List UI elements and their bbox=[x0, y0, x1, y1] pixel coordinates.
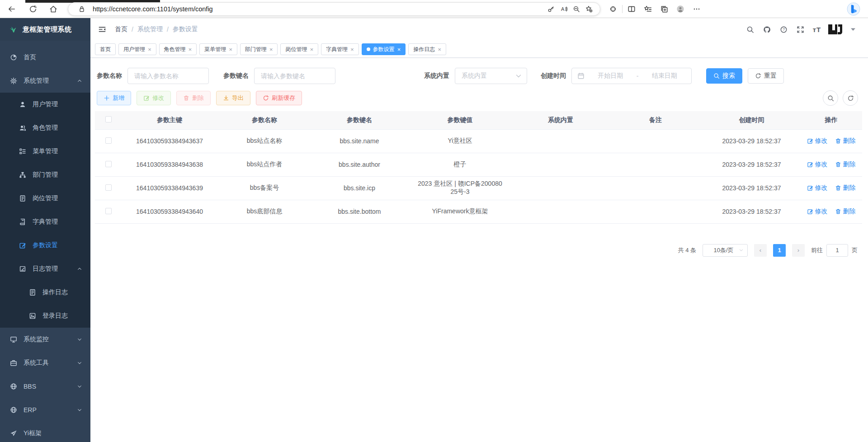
caret-down-icon[interactable] bbox=[849, 26, 857, 33]
fullscreen-icon[interactable] bbox=[794, 23, 807, 36]
builtin-select[interactable]: 系统内置 bbox=[455, 68, 527, 84]
page-number-1[interactable]: 1 bbox=[773, 244, 786, 257]
key-icon[interactable] bbox=[545, 5, 557, 13]
close-icon[interactable]: × bbox=[438, 47, 441, 52]
start-date-placeholder[interactable]: 开始日期 bbox=[589, 72, 632, 80]
svg-text:?: ? bbox=[783, 27, 785, 32]
row-delete-link[interactable]: 删除 bbox=[835, 184, 856, 192]
row-checkbox[interactable] bbox=[105, 208, 112, 214]
row-edit-link[interactable]: 修改 bbox=[807, 207, 828, 216]
row-delete-link[interactable]: 删除 bbox=[835, 137, 856, 145]
read-aloud-icon[interactable]: A bbox=[557, 5, 570, 13]
tab-用户管理[interactable]: 用户管理× bbox=[118, 43, 156, 55]
favorite-add-icon[interactable] bbox=[583, 5, 595, 13]
param-name-input[interactable] bbox=[127, 68, 209, 84]
sidebar-item-菜单管理[interactable]: 菜单管理 bbox=[0, 140, 90, 163]
address-bar[interactable]: https://ccnetcore.com:1101/system/config… bbox=[68, 2, 600, 16]
sidebar-item-操作日志[interactable]: 操作日志 bbox=[0, 281, 90, 304]
sidebar-item-系统管理[interactable]: 系统管理 bbox=[0, 69, 90, 93]
sidebar-item-系统工具[interactable]: 系统工具 bbox=[0, 351, 90, 375]
refresh-cache-button[interactable]: 刷新缓存 bbox=[256, 91, 302, 105]
sidebar-item-ERP[interactable]: ERP bbox=[0, 398, 90, 422]
row-edit-link[interactable]: 修改 bbox=[807, 160, 828, 169]
edit-button[interactable]: 修改 bbox=[137, 91, 171, 105]
github-icon[interactable] bbox=[760, 23, 773, 36]
row-delete-link[interactable]: 删除 bbox=[835, 160, 856, 169]
sidebar-item-部门管理[interactable]: 部门管理 bbox=[0, 163, 90, 187]
sidebar-item-字典管理[interactable]: 字典管理 bbox=[0, 210, 90, 234]
org-icon bbox=[19, 171, 26, 179]
sidebar-item-岗位管理[interactable]: 岗位管理 bbox=[0, 187, 90, 210]
add-button[interactable]: 新增 bbox=[97, 91, 131, 105]
sidebar-item-BBS[interactable]: BBS bbox=[0, 375, 90, 398]
reset-button[interactable]: 重置 bbox=[748, 68, 784, 84]
select-all-checkbox[interactable] bbox=[105, 116, 112, 122]
home-icon[interactable] bbox=[46, 1, 61, 17]
page-size-select[interactable]: 10条/页 bbox=[703, 244, 748, 257]
sidebar-item-label: BBS bbox=[24, 383, 71, 390]
prev-page-button[interactable]: ‹ bbox=[754, 244, 767, 257]
refresh-table-button[interactable] bbox=[843, 90, 858, 106]
search-button[interactable]: 搜索 bbox=[706, 68, 742, 84]
cell-name: bbs备案号 bbox=[217, 176, 312, 200]
back-icon[interactable] bbox=[4, 1, 19, 17]
row-edit-link[interactable]: 修改 bbox=[807, 137, 828, 145]
row-checkbox[interactable] bbox=[105, 161, 112, 167]
row-edit-link[interactable]: 修改 bbox=[807, 184, 828, 192]
goto-page-input[interactable] bbox=[826, 244, 848, 257]
close-icon[interactable]: × bbox=[148, 47, 151, 52]
url-text[interactable]: https://ccnetcore.com:1101/system/config bbox=[93, 5, 213, 13]
dict-icon bbox=[19, 218, 26, 226]
close-icon[interactable]: × bbox=[397, 47, 401, 52]
param-key-input[interactable] bbox=[254, 68, 335, 84]
extensions-icon[interactable] bbox=[605, 1, 621, 17]
sidebar-item-日志管理[interactable]: 日志管理 bbox=[0, 257, 90, 281]
tab-部门管理[interactable]: 部门管理× bbox=[240, 43, 278, 55]
tab-角色管理[interactable]: 角色管理× bbox=[159, 43, 197, 55]
row-checkbox[interactable] bbox=[105, 137, 112, 144]
breadcrumb-item[interactable]: 首页 bbox=[115, 25, 127, 33]
tab-菜单管理[interactable]: 菜单管理× bbox=[199, 43, 237, 55]
help-icon[interactable]: ? bbox=[777, 23, 790, 36]
row-checkbox[interactable] bbox=[105, 184, 112, 191]
tab-操作日志[interactable]: 操作日志× bbox=[408, 43, 446, 55]
copilot-icon[interactable] bbox=[846, 2, 861, 16]
split-screen-icon[interactable] bbox=[623, 1, 640, 17]
collections-icon[interactable] bbox=[656, 1, 672, 17]
sidebar-item-角色管理[interactable]: 角色管理 bbox=[0, 116, 90, 140]
sidebar-item-用户管理[interactable]: 用户管理 bbox=[0, 93, 90, 116]
sidebar-collapse-icon[interactable] bbox=[98, 26, 107, 33]
close-icon[interactable]: × bbox=[350, 47, 354, 52]
profile-avatar[interactable] bbox=[672, 1, 689, 17]
tab-字典管理[interactable]: 字典管理× bbox=[321, 43, 359, 55]
tab-首页[interactable]: 首页 bbox=[95, 43, 116, 55]
zoom-out-icon[interactable] bbox=[570, 5, 583, 13]
sidebar-item-登录日志[interactable]: 登录日志 bbox=[0, 304, 90, 328]
tab-岗位管理[interactable]: 岗位管理× bbox=[280, 43, 318, 55]
sidebar-item-参数设置[interactable]: 参数设置 bbox=[0, 234, 90, 257]
dashboard-icon bbox=[10, 54, 17, 61]
close-icon[interactable]: × bbox=[189, 47, 192, 52]
sidebar-item-首页[interactable]: 首页 bbox=[0, 46, 90, 69]
close-icon[interactable]: × bbox=[229, 47, 232, 52]
sidebar-item-系统监控[interactable]: 系统监控 bbox=[0, 328, 90, 351]
close-icon[interactable]: × bbox=[310, 47, 313, 52]
tab-参数设置[interactable]: 参数设置× bbox=[362, 43, 406, 55]
search-icon[interactable] bbox=[744, 23, 756, 36]
end-date-placeholder[interactable]: 结束日期 bbox=[643, 72, 686, 80]
next-page-button[interactable]: › bbox=[792, 244, 805, 257]
brand-logo[interactable] bbox=[827, 24, 845, 35]
favorites-icon[interactable] bbox=[640, 1, 656, 17]
show-search-button[interactable] bbox=[823, 90, 838, 106]
sidebar-item-Yi框架[interactable]: Yi框架 bbox=[0, 422, 90, 442]
delete-button[interactable]: 删除 bbox=[176, 91, 211, 105]
reload-icon[interactable] bbox=[25, 1, 41, 17]
font-size-icon[interactable]: тT bbox=[811, 23, 823, 36]
close-icon[interactable]: × bbox=[269, 47, 273, 52]
row-delete-link[interactable]: 删除 bbox=[835, 207, 856, 216]
more-icon[interactable] bbox=[689, 1, 705, 17]
caret-down-icon bbox=[77, 384, 82, 389]
export-button[interactable]: 导出 bbox=[216, 91, 250, 105]
breadcrumb-item[interactable]: 系统管理 bbox=[137, 25, 163, 33]
date-range-picker[interactable]: 开始日期 - 结束日期 bbox=[571, 68, 692, 84]
